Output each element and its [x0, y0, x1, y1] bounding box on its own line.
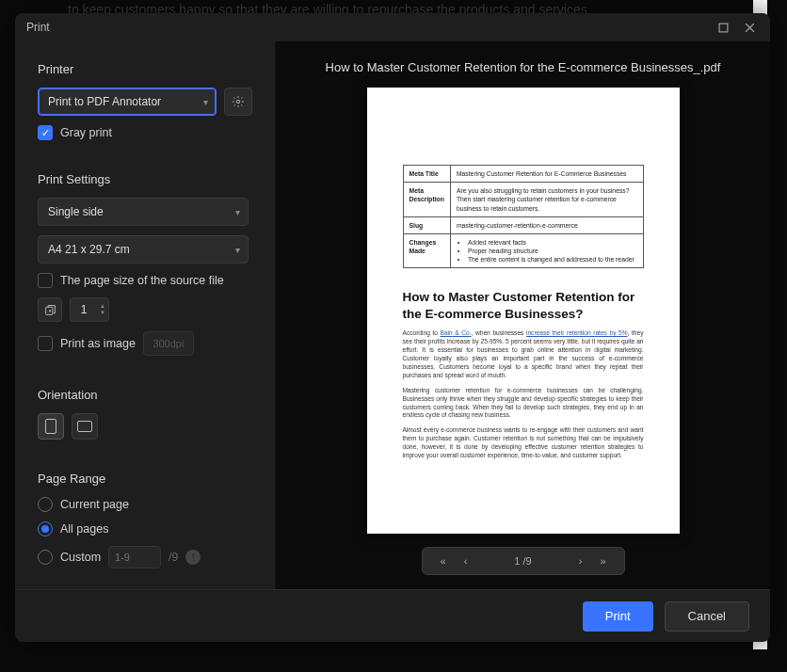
printer-heading: Printer	[38, 62, 256, 76]
dialog-footer: Print Cancel	[15, 589, 770, 642]
add-copies-button[interactable]	[38, 297, 62, 322]
first-page-button[interactable]: «	[432, 555, 455, 567]
pager: « ‹ 1 /9 › »	[422, 547, 625, 575]
copies-stepper[interactable]: 1 ▲▼	[70, 297, 109, 322]
settings-sidebar: Printer Print to PDF Annotator ▾ ✓ Gray …	[15, 41, 275, 589]
info-icon[interactable]: !	[185, 550, 201, 565]
document-heading: How to Master Customer Retention for the…	[403, 289, 644, 322]
print-button[interactable]: Print	[583, 601, 653, 632]
svg-point-1	[236, 100, 240, 104]
preview-pane: How to Master Customer Retention for the…	[275, 41, 770, 589]
sides-value: Single side	[48, 205, 104, 218]
current-page-label: Current page	[60, 498, 129, 511]
last-page-button[interactable]: »	[592, 555, 615, 567]
source-size-checkbox[interactable]	[38, 273, 53, 288]
all-pages-radio[interactable]	[38, 521, 53, 536]
page-indicator: 1 /9	[477, 555, 570, 567]
meta-table: Meta TitleMastering Customer Retention f…	[403, 165, 644, 268]
titlebar: Print	[15, 13, 770, 41]
gray-print-checkbox[interactable]: ✓	[38, 125, 53, 140]
page-range-heading: Page Range	[38, 472, 256, 486]
dpi-input: 300dpi	[143, 331, 194, 356]
current-page-radio[interactable]	[38, 497, 53, 512]
next-page-button[interactable]: ›	[570, 555, 592, 567]
close-button[interactable]	[736, 17, 763, 38]
paper-size-select[interactable]: A4 21 x 29.7 cm ▾	[38, 235, 249, 264]
custom-label: Custom	[60, 551, 101, 564]
printer-select[interactable]: Print to PDF Annotator ▾	[38, 88, 217, 116]
source-size-label: The page size of the source file	[60, 274, 224, 287]
print-as-image-label: Print as image	[60, 337, 136, 350]
maximize-button[interactable]	[710, 17, 736, 38]
orientation-heading: Orientation	[38, 388, 256, 402]
document-paragraph: Mastering customer retention for e-comme…	[403, 387, 644, 421]
svg-rect-0	[719, 24, 728, 32]
orientation-landscape-button[interactable]	[72, 413, 98, 440]
chevron-down-icon: ▾	[235, 207, 240, 217]
copies-value: 1	[71, 303, 97, 316]
landscape-icon	[77, 421, 92, 432]
preview-filename: How to Master Customer Retention for the…	[326, 60, 721, 74]
cancel-button[interactable]: Cancel	[665, 601, 749, 632]
prev-page-button[interactable]: ‹	[455, 555, 477, 567]
printer-properties-button[interactable]	[224, 88, 252, 116]
total-pages-label: /9	[169, 551, 178, 564]
orientation-portrait-button[interactable]	[38, 413, 64, 440]
portrait-icon	[45, 419, 56, 434]
printer-selected-value: Print to PDF Annotator	[48, 95, 161, 108]
chevron-down-icon: ▾	[235, 245, 240, 255]
document-paragraph: Almost every e-commerce business wants t…	[403, 426, 644, 460]
custom-range-input[interactable]	[108, 546, 161, 568]
all-pages-label: All pages	[60, 522, 108, 536]
gray-print-label: Gray print	[60, 126, 112, 139]
preview-page: Meta TitleMastering Customer Retention f…	[367, 88, 680, 534]
custom-radio[interactable]	[38, 550, 53, 565]
document-paragraph: According to Bain & Co., when businesses…	[403, 329, 644, 379]
sides-select[interactable]: Single side ▾	[38, 198, 249, 226]
print-as-image-checkbox[interactable]	[38, 336, 53, 351]
print-dialog: Print Printer Print to PDF Annotator ▾ ✓	[15, 13, 770, 642]
dialog-title: Print	[23, 21, 50, 34]
chevron-down-icon: ▾	[203, 97, 208, 107]
paper-size-value: A4 21 x 29.7 cm	[48, 243, 130, 256]
print-settings-heading: Print Settings	[38, 172, 256, 186]
